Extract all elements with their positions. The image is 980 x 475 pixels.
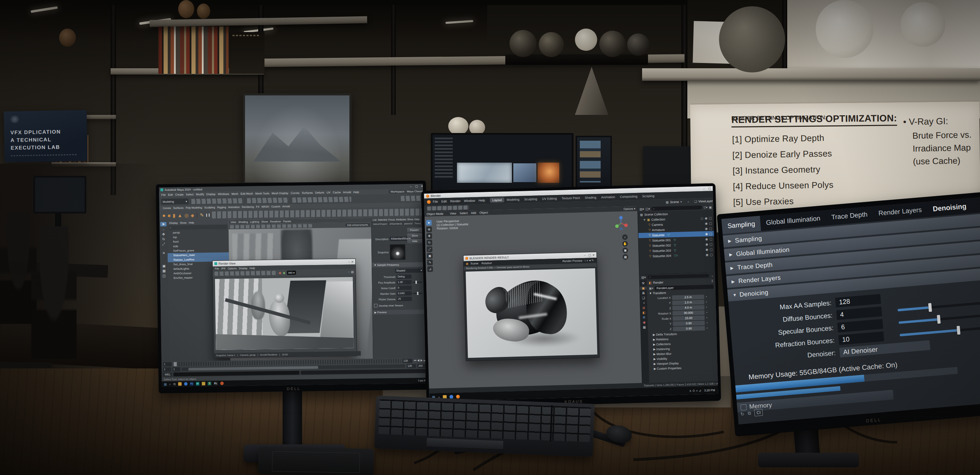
workspace-tab[interactable]: Compositing xyxy=(617,194,640,199)
flow-icon[interactable]: FL xyxy=(214,382,218,385)
prop-row-value[interactable]: 0.90 xyxy=(673,321,705,326)
blender-menus[interactable]: File Edit Render Window Help xyxy=(433,199,485,203)
layout-single-icon[interactable]: ▣ xyxy=(160,264,168,268)
animate-dot-icon[interactable]: • xyxy=(706,316,708,319)
minimize-icon[interactable]: – xyxy=(584,253,586,257)
render-res-box[interactable]: 940 ▾ xyxy=(287,271,296,275)
outliner-search-box[interactable]: ⌕ xyxy=(651,206,702,211)
poly-plane-icon[interactable]: ◆ xyxy=(191,212,194,218)
max-aa-samples-input[interactable]: 128 xyxy=(835,294,881,308)
hide-button[interactable]: Hide xyxy=(407,239,423,244)
workspace-tab[interactable]: Modeling xyxy=(504,197,522,202)
poly-cone-icon[interactable]: ▲ xyxy=(178,212,182,218)
workspace-tab-layout[interactable]: Layout xyxy=(490,198,504,203)
mel-label[interactable]: MEL xyxy=(163,373,172,376)
output-tab-icon[interactable]: 🖶 xyxy=(640,291,647,295)
scene-tab-icon[interactable]: ◑ xyxy=(640,301,647,305)
attr-slider[interactable] xyxy=(413,281,422,282)
select-box-tool-icon[interactable]: ➤ xyxy=(426,220,431,225)
task-view-icon[interactable]: ⧉ xyxy=(173,382,176,386)
search-icon[interactable]: ⌕ xyxy=(687,200,689,204)
workspace-tab[interactable]: Scripting xyxy=(640,193,657,199)
specular-bounces-slider[interactable] xyxy=(899,313,980,324)
camera-toggle-icon[interactable]: ▢ xyxy=(710,248,713,251)
eye-icon[interactable]: ◉ xyxy=(705,227,708,230)
maya-workspace-selector[interactable]: Workspace: Maya Classic xyxy=(389,190,425,194)
viewport-icon-strip[interactable] xyxy=(230,224,313,228)
material-tab-icon[interactable]: ◉ xyxy=(641,320,648,324)
new-collection-icon[interactable]: ▣ xyxy=(709,206,712,209)
eye-icon[interactable]: ◉ xyxy=(705,237,708,241)
viewlayer-selector[interactable]: ❏ViewLayer▾ xyxy=(694,199,716,203)
brush-icon[interactable]: ✎ xyxy=(200,212,204,218)
prop-row-value[interactable]: 0.90 xyxy=(673,326,705,331)
workspace-tab[interactable]: Shading xyxy=(582,195,598,200)
viewport-axis-gizmo[interactable] xyxy=(613,215,629,231)
tab-render-layers[interactable]: Render Layers xyxy=(872,202,928,222)
maya-mode-dropdown[interactable]: Modeling▾ xyxy=(161,199,188,204)
refraction-bounces-slider[interactable] xyxy=(900,326,980,336)
search-icon[interactable]: ⌕ xyxy=(169,382,171,386)
object-tab-icon[interactable]: ◧ xyxy=(640,311,647,314)
nuke-icon[interactable] xyxy=(202,382,205,386)
diffuse-bounces-input[interactable]: 4 xyxy=(836,306,882,320)
camera-toggle-icon[interactable]: ▢ xyxy=(709,216,712,220)
render-region-icon[interactable]: ◉ xyxy=(278,271,281,274)
houdini-icon[interactable] xyxy=(220,382,224,385)
animate-dot-icon[interactable]: • xyxy=(706,322,708,325)
texture-tab-icon[interactable]: ▦ xyxy=(641,325,648,329)
timeline-start-field[interactable]: 1 xyxy=(163,362,172,367)
animate-dot-icon[interactable]: • xyxy=(706,301,707,304)
text-tool-icon[interactable]: I I xyxy=(206,212,210,218)
tab-denoising[interactable]: Denoising xyxy=(927,198,973,217)
taskbar-clock[interactable]: 7:04 PM xyxy=(418,379,426,382)
maya-render-view-window[interactable]: Render View – ✕ File IPR Options Display… xyxy=(212,258,357,358)
attr-checkbox[interactable] xyxy=(374,304,378,308)
eye-icon[interactable]: ◉ xyxy=(705,222,708,225)
attr-tabs[interactable]: statueShape1 aiStandard1 place2d Time1 xyxy=(373,222,421,225)
maya-status-icons-1[interactable] xyxy=(191,198,243,204)
3dsmax-icon[interactable]: 3 xyxy=(208,382,211,385)
zoom-icon[interactable]: ⌕ xyxy=(622,234,627,240)
attr-section-header[interactable]: ▼ Sample Frequency xyxy=(372,262,424,268)
poly-torus-icon[interactable]: ◎ xyxy=(185,212,189,218)
maya-shelf-icon-strip[interactable] xyxy=(212,209,426,219)
workspace-tab[interactable]: Texture Paint xyxy=(559,195,582,201)
poly-cylinder-icon[interactable]: ▮ xyxy=(173,213,175,218)
maya-status-icons-2[interactable] xyxy=(247,198,288,203)
tool-tab-icon[interactable]: ⚒ xyxy=(640,281,647,285)
prop-row-value[interactable]: 4.0 m xyxy=(672,305,705,310)
attr-shaded-dropdown[interactable]: Shaded▾ xyxy=(395,268,423,273)
grid-toggle-icon[interactable]: ▦ xyxy=(623,254,628,260)
photoshop-icon[interactable]: Ps xyxy=(190,382,194,386)
camera-toggle-icon[interactable]: ▢ xyxy=(709,237,713,241)
image-menu-icon[interactable]: ▣ xyxy=(466,262,468,265)
render-result-toolbar-labels[interactable]: Scene Rotation xyxy=(471,261,492,265)
range-max-field[interactable]: 200 xyxy=(417,364,426,368)
maya-outliner-search[interactable]: ⌕ xyxy=(169,225,227,230)
render-view-icons[interactable] xyxy=(215,271,277,276)
workspace-tab[interactable]: Sculpting xyxy=(522,196,539,202)
scene-selector[interactable]: ▦Scene▾ xyxy=(666,200,682,204)
prop-row-value[interactable]: 90.000 xyxy=(672,310,705,316)
refresh-icon[interactable]: ↻ xyxy=(740,411,745,417)
maya-outliner-menus[interactable]: Display Show Help xyxy=(167,220,228,225)
layout-split-icon[interactable]: ◫ xyxy=(160,274,168,277)
snapshot-icon[interactable]: ◌ xyxy=(348,270,349,274)
animate-dot-icon[interactable]: • xyxy=(706,311,707,314)
description-input[interactable]: AStandardShape xyxy=(390,236,409,241)
eye-icon[interactable]: ◉ xyxy=(705,248,708,251)
tray-network-icon[interactable]: ∧ ⊙ ◖ ⊿ xyxy=(689,389,701,392)
options-dropdown[interactable]: Options ▾ xyxy=(624,207,635,211)
attr-row-value[interactable]: Defog xyxy=(397,274,412,279)
prop-row-value[interactable]: 2.5 m xyxy=(672,295,704,300)
world-tab-icon[interactable]: ◍ xyxy=(640,306,647,309)
attr-slider[interactable] xyxy=(413,293,422,293)
maximize-icon[interactable]: ▢ xyxy=(415,185,418,188)
minimize-icon[interactable]: – xyxy=(703,187,705,190)
range-current-field[interactable]: 1 xyxy=(172,367,180,371)
measure-tool-icon[interactable]: ⊿ xyxy=(427,266,433,272)
range-start-field[interactable]: 1 xyxy=(163,367,171,371)
camera-toggle-icon[interactable]: ▢ xyxy=(709,227,712,230)
prop-row-value[interactable]: 1.0 m xyxy=(672,300,704,305)
